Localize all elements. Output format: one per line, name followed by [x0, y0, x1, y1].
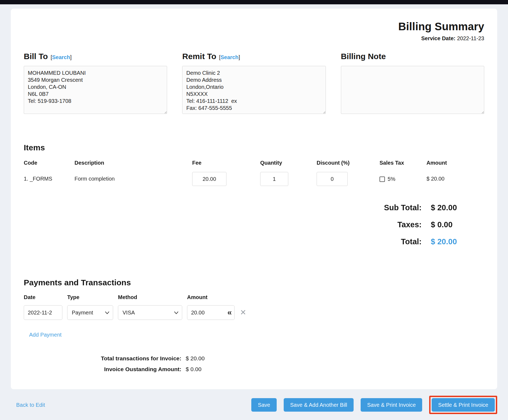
- settle-print-invoice-button[interactable]: Settle & Print Invoice: [432, 398, 495, 412]
- remit-to-heading: Remit To: [182, 52, 216, 61]
- payment-type-cell: Payment: [67, 305, 113, 320]
- highlight-annotation-box: Settle & Print Invoice: [429, 396, 497, 414]
- payments-col-type: Type: [67, 294, 113, 300]
- item-amount: $ 20.00: [426, 172, 484, 182]
- payments-heading: Payments and Transactions: [24, 278, 484, 287]
- remove-payment-icon[interactable]: ✕: [239, 308, 246, 317]
- bracket-close: ]: [70, 54, 72, 60]
- footer-bar: Back to Edit Save Save & Add Another Bil…: [11, 396, 497, 414]
- billing-note-heading: Billing Note: [341, 52, 386, 61]
- payments-col-amount: Amount: [187, 294, 235, 300]
- item-fee-input[interactable]: [192, 172, 226, 186]
- remit-to-section: Remit To [Search] Demo Clinic 2 Demo Add…: [182, 52, 326, 115]
- save-button[interactable]: Save: [251, 398, 277, 412]
- bracket-close: ]: [239, 54, 240, 60]
- payments-table: Date Type Method Amount Payment VISA: [24, 294, 484, 320]
- outstanding-amount-label: Invoice Oustanding Amount:: [24, 366, 181, 372]
- items-section: Items Code Description Fee Quantity Disc…: [24, 143, 484, 186]
- bill-to-textarea[interactable]: MOHAMMED LOUBANI 3549 Morgan Crescent Lo…: [24, 66, 167, 114]
- fill-amount-double-chevron-icon[interactable]: «: [227, 308, 232, 316]
- save-add-another-bill-button[interactable]: Save & Add Another Bill: [284, 398, 354, 412]
- subtotal-value: $ 20.00: [431, 203, 461, 212]
- invoice-totals: Sub Total: $ 20.00 Taxes: $ 0.00 Total: …: [24, 203, 484, 246]
- payments-col-date: Date: [24, 294, 62, 300]
- item-discount-cell: [317, 172, 380, 186]
- items-col-salestax: Sales Tax: [380, 160, 426, 172]
- payment-remove-cell: ✕: [239, 309, 250, 316]
- item-fee-cell: [192, 172, 260, 186]
- address-columns: Bill To [Search] MOHAMMED LOUBANI 3549 M…: [24, 52, 484, 115]
- back-to-edit-link[interactable]: Back to Edit: [16, 402, 45, 408]
- taxes-label: Taxes:: [397, 220, 422, 229]
- outstanding-amount-value: $ 0.00: [186, 366, 484, 372]
- items-table: Code Description Fee Quantity Discount (…: [24, 160, 484, 186]
- payment-type-select[interactable]: Payment: [67, 305, 113, 320]
- payment-amount-cell: «: [187, 305, 235, 320]
- total-value: $ 20.00: [431, 237, 461, 246]
- bill-to-search: [Search]: [50, 54, 72, 60]
- payment-date-cell: [24, 305, 62, 320]
- items-col-description: Description: [74, 160, 192, 172]
- footer-buttons: Save Save & Add Another Bill Save & Prin…: [251, 396, 497, 414]
- item-quantity-input[interactable]: [260, 172, 288, 186]
- item-quantity-cell: [260, 172, 317, 186]
- item-salestax-cell: 5%: [380, 172, 426, 182]
- subtotal-row: Sub Total: $ 20.00: [384, 203, 461, 212]
- items-heading: Items: [24, 143, 484, 152]
- items-col-fee: Fee: [192, 160, 260, 172]
- subtotal-label: Sub Total:: [384, 203, 422, 212]
- bill-to-heading: Bill To: [24, 52, 48, 61]
- total-row: Total: $ 20.00: [401, 237, 461, 246]
- remit-to-search: [Search]: [219, 54, 240, 60]
- payment-method-select[interactable]: VISA: [118, 305, 182, 320]
- item-description: Form completion: [74, 172, 192, 182]
- service-date: Service Date:2022-11-23: [421, 35, 484, 42]
- payments-col-method: Method: [118, 294, 182, 300]
- total-transactions-value: $ 20.00: [186, 355, 484, 362]
- save-print-invoice-button[interactable]: Save & Print Invoice: [361, 398, 422, 412]
- sales-tax-rate-label: 5%: [388, 176, 395, 182]
- billing-note-section: Billing Note: [341, 52, 484, 115]
- payment-method-cell: VISA: [118, 305, 182, 320]
- service-date-label: Service Date:: [421, 35, 455, 41]
- items-col-quantity: Quantity: [260, 160, 317, 172]
- top-bar: [0, 0, 508, 4]
- total-label: Total:: [401, 237, 422, 246]
- items-col-discount: Discount (%): [317, 160, 380, 172]
- item-discount-input[interactable]: [317, 172, 348, 186]
- total-transactions-label: Total transactions for Invoice:: [24, 355, 181, 362]
- bill-to-search-link[interactable]: Search: [52, 54, 70, 60]
- billing-summary-card: Billing Summary Service Date:2022-11-23 …: [11, 9, 497, 389]
- taxes-row: Taxes: $ 0.00: [397, 220, 461, 229]
- sales-tax-checkbox[interactable]: [380, 177, 385, 182]
- page-header: Billing Summary Service Date:2022-11-23: [24, 21, 484, 42]
- service-date-value: 2022-11-23: [457, 35, 484, 41]
- remit-to-textarea[interactable]: Demo Clinic 2 Demo Address London,Ontari…: [182, 66, 326, 114]
- bill-to-section: Bill To [Search] MOHAMMED LOUBANI 3549 M…: [24, 52, 167, 115]
- page-title: Billing Summary: [398, 21, 484, 33]
- items-col-amount: Amount: [426, 160, 484, 172]
- transaction-totals: Total transactions for Invoice: $ 20.00 …: [24, 355, 484, 372]
- taxes-value: $ 0.00: [431, 220, 461, 229]
- remit-to-search-link[interactable]: Search: [221, 54, 239, 60]
- billing-note-textarea[interactable]: [341, 66, 484, 114]
- add-payment-link[interactable]: Add Payment: [29, 332, 62, 338]
- items-col-code: Code: [24, 160, 74, 172]
- payment-date-input[interactable]: [24, 305, 62, 320]
- item-code: 1. _FORMS: [24, 172, 74, 182]
- payments-section: Payments and Transactions Date Type Meth…: [24, 278, 484, 372]
